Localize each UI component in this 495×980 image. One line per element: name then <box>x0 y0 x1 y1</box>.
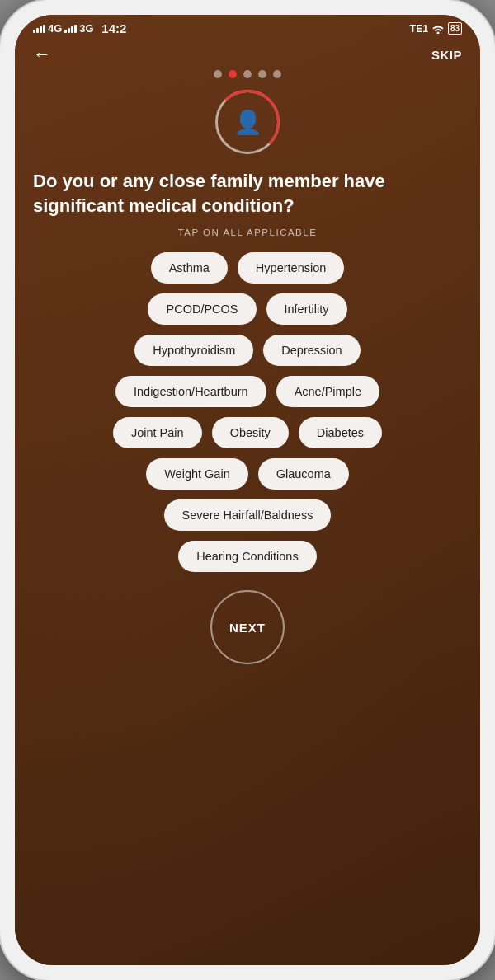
tag-weight-gain[interactable]: Weight Gain <box>146 458 248 490</box>
skip-button[interactable]: SKIP <box>431 48 462 62</box>
avatar-circle: 👤 <box>215 90 280 154</box>
carrier-label: TE1 <box>410 23 428 35</box>
tags-row-4: Indigestion/Heartburn Acne/Pimple <box>116 376 380 407</box>
battery-indicator: 83 <box>448 22 462 35</box>
phone-screen: 4G 3G 14:2 TE1 83 <box>15 15 480 965</box>
tag-hairfall[interactable]: Severe Hairfall/Baldness <box>164 499 332 531</box>
tag-depression[interactable]: Depression <box>263 335 360 366</box>
time-display: 14:2 <box>101 21 126 35</box>
tag-hypertension[interactable]: Hypertension <box>238 252 344 284</box>
dot-4 <box>258 70 266 78</box>
status-right: TE1 83 <box>410 22 462 35</box>
tags-area: Asthma Hypertension PCOD/PCOS Infertilit… <box>15 252 480 572</box>
signal-icon <box>33 25 45 33</box>
signal2-icon <box>64 25 77 33</box>
tag-indigestion[interactable]: Indigestion/Heartburn <box>116 376 266 407</box>
dot-1 <box>214 70 222 78</box>
network1-label: 4G <box>48 22 62 35</box>
progress-dots <box>15 70 480 78</box>
battery-level: 83 <box>450 24 460 33</box>
tags-row-2: PCOD/PCOS Infertility <box>148 293 346 325</box>
tags-row-1: Asthma Hypertension <box>151 252 345 284</box>
next-button[interactable]: NEXT <box>210 590 285 664</box>
dot-3 <box>243 70 252 78</box>
tag-infertility[interactable]: Infertility <box>266 293 347 325</box>
network2-label: 3G <box>79 22 93 35</box>
person-icon: 👤 <box>233 109 262 136</box>
dot-2 <box>229 70 237 78</box>
dot-5 <box>273 70 281 78</box>
tags-row-7: Severe Hairfall/Baldness <box>164 499 332 531</box>
status-left: 4G 3G 14:2 <box>33 21 126 35</box>
tap-hint: TAP ON ALL APPLICABLE <box>15 227 480 237</box>
tag-acne[interactable]: Acne/Pimple <box>276 376 380 407</box>
tag-pcod-pcos[interactable]: PCOD/PCOS <box>148 293 256 325</box>
tag-obesity[interactable]: Obesity <box>212 417 289 448</box>
avatar-wrap: 👤 <box>15 90 480 154</box>
tag-asthma[interactable]: Asthma <box>151 252 228 284</box>
status-bar: 4G 3G 14:2 TE1 83 <box>15 15 480 39</box>
phone-frame: 4G 3G 14:2 TE1 83 <box>0 0 495 980</box>
tags-row-6: Weight Gain Glaucoma <box>146 458 349 490</box>
tag-hypothyroidism[interactable]: Hypothyroidism <box>134 335 253 366</box>
next-wrap: NEXT <box>15 590 480 664</box>
question-text: Do you or any close family member have s… <box>15 169 480 218</box>
tags-row-5: Joint Pain Obesity Diabetes <box>113 417 382 448</box>
nav-row: ← SKIP <box>15 39 480 70</box>
tag-hearing[interactable]: Hearing Conditions <box>178 541 316 572</box>
tag-diabetes[interactable]: Diabetes <box>299 417 382 448</box>
wifi-icon <box>431 24 445 34</box>
tag-joint-pain[interactable]: Joint Pain <box>113 417 202 448</box>
tags-row-3: Hypothyroidism Depression <box>134 335 360 366</box>
tag-glaucoma[interactable]: Glaucoma <box>258 458 349 490</box>
tags-row-8: Hearing Conditions <box>178 541 316 572</box>
back-button[interactable]: ← <box>33 44 51 65</box>
